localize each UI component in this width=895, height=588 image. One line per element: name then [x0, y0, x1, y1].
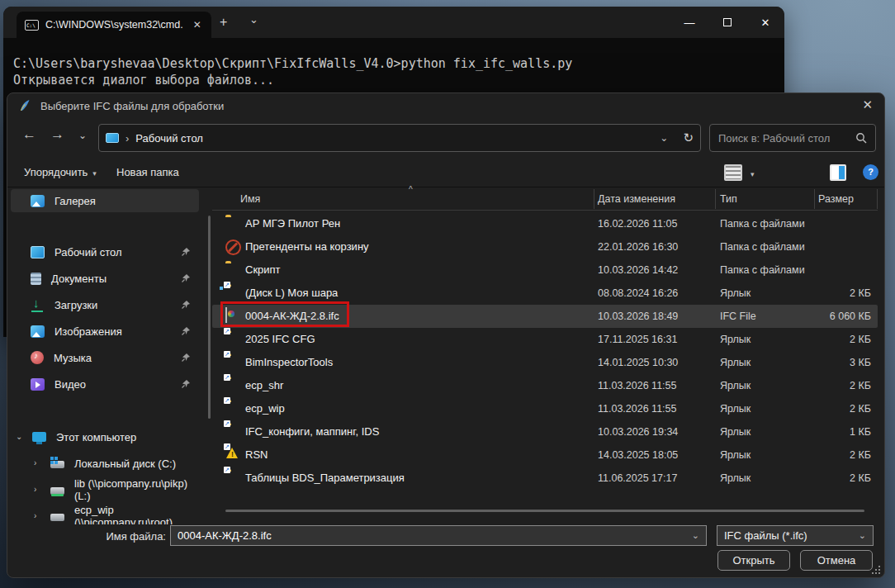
column-header-name[interactable]: Имя — [240, 193, 260, 205]
filetype-select[interactable]: IFC файлы (*.ifc) ⌄ — [717, 525, 874, 546]
address-bar[interactable]: › Рабочий стол ⌄ ↻ — [98, 124, 701, 152]
file-type: Ярлык — [720, 334, 751, 345]
file-type: Ярлык — [720, 380, 751, 391]
cmd-icon: C:\ — [25, 20, 39, 31]
chevron-collapsed-icon[interactable]: › — [34, 458, 36, 467]
open-button[interactable]: Открыть — [717, 550, 790, 571]
filename-input[interactable]: 0004-АК-ЖД-2.8.ifc ⌄ — [170, 525, 707, 546]
file-name: 2025 IFC CFG — [245, 333, 315, 345]
file-row[interactable]: 2025 IFC CFG 17.11.2025 16:31 Ярлык 2 КБ — [212, 328, 878, 351]
file-size: 6 060 КБ — [757, 311, 871, 322]
desktop-icon — [31, 246, 45, 258]
dialog-titlebar: Выберите IFC файлы для обработки ✕ — [7, 93, 884, 118]
maximize-button[interactable] — [708, 7, 746, 38]
cancel-button[interactable]: Отмена — [800, 550, 873, 571]
column-header-size[interactable]: Размер — [818, 193, 854, 205]
view-dropdown-icon[interactable]: ▾ — [751, 170, 755, 178]
file-list: ^ Имя Дата изменения Тип Размер АР МГЭ П… — [212, 187, 886, 524]
file-row[interactable]: ecp_wip 11.03.2026 11:55 Ярлык 2 КБ — [212, 397, 878, 420]
dialog-close-icon[interactable]: ✕ — [862, 97, 873, 112]
sidebar-item-videos[interactable]: Видео — [7, 372, 202, 396]
search-icon[interactable] — [855, 132, 867, 144]
sidebar-item-this-pc[interactable]: ⌄ Этот компьютер — [7, 425, 202, 448]
sidebar-item-desktop[interactable]: Рабочий стол — [7, 240, 202, 263]
sidebar-item-drive-ecp[interactable]: › ecp_wip (\\picompany.ru\root) — [7, 505, 202, 524]
file-name: IFC_конфиги, маппинг, IDS — [245, 425, 379, 438]
desktop-icon — [106, 133, 119, 143]
file-date: 11.06.2025 17:17 — [598, 472, 677, 484]
close-button[interactable]: ✕ — [746, 7, 784, 38]
help-icon[interactable]: ? — [863, 164, 878, 180]
file-type: Ярлык — [720, 472, 751, 484]
sidebar-item-gallery[interactable]: Галерея — [11, 189, 199, 212]
file-open-dialog: Выберите IFC файлы для обработки ✕ ← → ⌄… — [7, 92, 885, 578]
file-name: Претенденты на корзину — [245, 240, 369, 253]
network-drive-icon — [50, 514, 64, 521]
chevron-down-icon[interactable]: ⌄ — [859, 530, 866, 541]
sidebar-item-drive-l[interactable]: › lib (\\picompany.ru\pikp) (L:) — [7, 478, 202, 501]
chevron-down-icon[interactable]: ⌄ — [692, 530, 699, 541]
file-name: (Диск L) Моя шара — [245, 287, 338, 299]
search-input[interactable]: Поиск в: Рабочий стол — [709, 124, 876, 152]
chevron-expanded-icon[interactable]: ⌄ — [16, 432, 22, 441]
sidebar-item-drive-c[interactable]: › Локальный диск (C:) — [7, 452, 202, 475]
sidebar-item-pictures[interactable]: Изображения — [7, 320, 202, 343]
network-drive-icon — [50, 487, 64, 495]
chevron-collapsed-icon[interactable]: › — [34, 511, 36, 520]
column-header-type[interactable]: Тип — [720, 193, 737, 205]
preview-pane-icon[interactable] — [830, 164, 846, 181]
file-row[interactable]: АР МГЭ Пилот Рен 16.02.2026 11:05 Папка … — [212, 212, 878, 235]
sidebar-item-documents[interactable]: Документы — [7, 267, 202, 290]
resize-grip[interactable] — [872, 566, 880, 574]
horizontal-scrollbar[interactable] — [225, 510, 864, 512]
tab-dropdown-icon[interactable]: ⌄ — [249, 13, 258, 26]
file-size: 2 КБ — [757, 334, 871, 345]
view-mode-icon[interactable] — [724, 164, 742, 181]
file-row[interactable]: BimInspectorTools 14.01.2025 10:30 Ярлык… — [212, 351, 878, 374]
pin-icon — [181, 247, 191, 257]
file-date: 11.03.2026 11:55 — [598, 403, 676, 415]
chevron-down-icon: ▾ — [92, 169, 97, 178]
file-row[interactable]: IFC_конфиги, маппинг, IDS 10.03.2026 19:… — [212, 420, 878, 443]
new-folder-button[interactable]: Новая папка — [116, 166, 179, 178]
new-tab-button[interactable]: + — [220, 15, 227, 30]
breadcrumb[interactable]: Рабочий стол — [135, 132, 203, 145]
file-size: 2 КБ — [757, 287, 871, 299]
red-highlight-annotation — [220, 301, 349, 327]
column-header-date[interactable]: Дата изменения — [598, 193, 675, 205]
recent-locations-icon[interactable]: ⌄ — [78, 130, 87, 141]
file-date: 14.01.2025 10:30 — [598, 357, 678, 368]
music-icon — [31, 351, 44, 364]
file-row[interactable]: ! RSN 14.03.2025 18:05 Ярлык 2 КБ — [212, 443, 878, 467]
pin-icon — [181, 326, 191, 336]
column-divider[interactable] — [877, 189, 878, 209]
file-row[interactable]: Скрипт 10.03.2026 14:42 Папка с файлами — [212, 258, 878, 282]
sidebar-item-music[interactable]: Музыка — [7, 346, 202, 369]
documents-icon — [31, 273, 41, 285]
file-size: 1 КБ — [757, 426, 871, 438]
organize-button[interactable]: Упорядочить▾ — [24, 166, 97, 178]
chevron-collapsed-icon[interactable]: › — [34, 485, 36, 494]
forward-button[interactable]: → — [50, 126, 64, 143]
back-button[interactable]: ← — [22, 126, 36, 143]
address-dropdown-icon[interactable]: ⌄ — [660, 132, 668, 144]
sidebar-item-downloads[interactable]: Загрузки — [7, 293, 202, 316]
computer-icon — [32, 432, 46, 442]
file-name: АР МГЭ Пилот Рен — [245, 217, 340, 230]
file-row[interactable]: Претенденты на корзину 22.01.2026 16:30 … — [212, 235, 878, 258]
pin-icon — [181, 300, 191, 310]
minimize-button[interactable]: — — [670, 7, 708, 38]
file-row[interactable]: Таблицы BDS_Параметризация 11.06.2025 17… — [212, 467, 878, 490]
column-divider[interactable] — [814, 189, 815, 209]
file-size: 2 КБ — [757, 449, 871, 461]
column-divider[interactable] — [594, 189, 594, 209]
tab-close-icon[interactable]: ✕ — [193, 19, 201, 31]
dialog-toolbar: Упорядочить▾ Новая папка ▾ ? — [7, 159, 884, 187]
filetype-value: IFC файлы (*.ifc) — [724, 529, 807, 542]
column-divider[interactable] — [715, 189, 716, 209]
sidebar-scrollbar[interactable] — [208, 216, 211, 419]
file-type: Ярлык — [720, 357, 751, 368]
refresh-icon[interactable]: ↻ — [683, 130, 694, 145]
terminal-tab[interactable]: C:\ C:\WINDOWS\system32\cmd. ✕ — [17, 12, 211, 38]
file-row[interactable]: ecp_shr 11.03.2026 11:55 Ярлык 2 КБ — [212, 374, 878, 397]
